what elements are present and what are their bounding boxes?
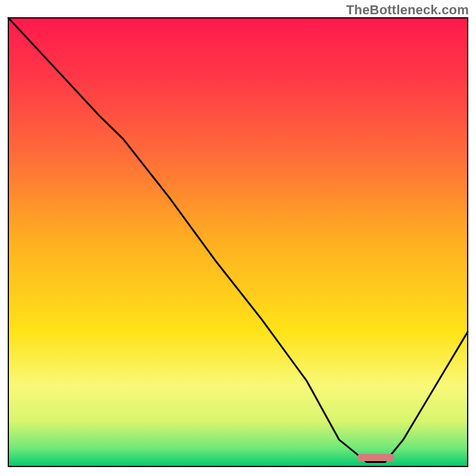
plot-background	[8, 18, 468, 466]
optimal-range-bar	[358, 454, 394, 461]
chart-container: TheBottleneck.com	[0, 0, 476, 476]
bottleneck-chart	[0, 0, 476, 476]
watermark-text: TheBottleneck.com	[346, 2, 469, 18]
